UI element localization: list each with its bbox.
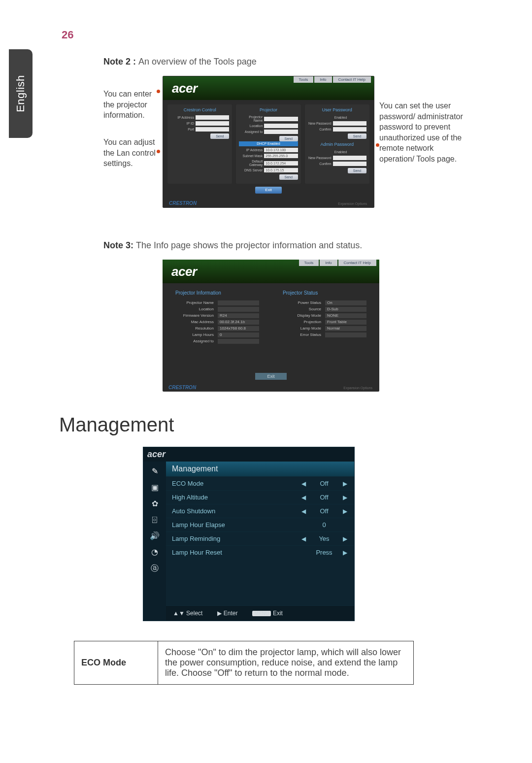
- note2-body: An overview of the Tools page: [138, 57, 257, 66]
- brand-label: acer: [172, 81, 198, 96]
- eco-mode-description: Choose "On" to dim the projector lamp, w…: [158, 641, 414, 685]
- osd-row[interactable]: High Altitude◀Off▶: [166, 490, 354, 504]
- info-row: Resolution1024x768 60.8: [175, 326, 259, 331]
- col-title: User Password: [308, 107, 366, 112]
- info-label: Lamp Mode: [283, 326, 321, 331]
- wand-icon[interactable]: ✎: [152, 466, 158, 476]
- right-arrow-icon[interactable]: ▶: [341, 494, 348, 501]
- net-mask-field[interactable]: 255.255.255.0: [264, 154, 298, 158]
- osd-exit-hint: MENUExit: [252, 610, 282, 617]
- projector-info-col: Projector Information Projector NameLoca…: [175, 290, 259, 345]
- tab-info[interactable]: Info: [320, 260, 337, 266]
- page-number: 26: [62, 29, 73, 41]
- osd-row-value: Off: [307, 494, 341, 501]
- tab-contact[interactable]: Contact IT Help: [338, 260, 376, 266]
- image-icon[interactable]: ▣: [151, 483, 159, 492]
- left-arrow-icon[interactable]: ◀: [300, 535, 307, 542]
- annotation-right: You can set the user password/ administr…: [379, 100, 466, 165]
- gear-icon[interactable]: ✿: [152, 499, 158, 508]
- fld-label: IP Address: [239, 148, 263, 152]
- net-dns-field[interactable]: 10.0.175.15: [264, 168, 298, 172]
- new-password-field[interactable]: [333, 121, 366, 126]
- info-value: D-Sub: [325, 307, 366, 312]
- osd-row[interactable]: ECO Mode◀Off▶: [166, 476, 354, 490]
- timer-icon[interactable]: ◔: [151, 547, 158, 557]
- projector-name-field[interactable]: [264, 117, 298, 121]
- osd-row-value: Press: [307, 549, 341, 556]
- tab-tools[interactable]: Tools: [294, 76, 314, 83]
- osd-row[interactable]: Auto Shutdown◀Off▶: [166, 504, 354, 518]
- col-title: Projector Information: [175, 290, 259, 296]
- fld-label: Location: [239, 124, 263, 128]
- admin-confirm-password-field[interactable]: [333, 162, 366, 166]
- footer-right: Expansion Options: [343, 386, 372, 390]
- location-field[interactable]: [264, 124, 298, 128]
- info-row: Display ModeNONE: [283, 313, 366, 318]
- send-button[interactable]: Send: [279, 174, 298, 180]
- exit-button[interactable]: Exit: [255, 373, 287, 380]
- osd-title: Management: [166, 462, 354, 476]
- info-panel-screenshot: Tools Info Contact IT Help acer Projecto…: [163, 260, 379, 392]
- osd-row-name: Auto Shutdown: [172, 507, 300, 515]
- osd-row[interactable]: Lamp Hour Elapse0: [166, 518, 354, 531]
- left-arrow-icon[interactable]: ◀: [300, 494, 307, 501]
- info-row: Lamp ModeNormal: [283, 326, 366, 331]
- confirm-password-field[interactable]: [333, 127, 366, 132]
- language-icon[interactable]: ⓐ: [151, 564, 159, 574]
- admin-enabled-checkbox[interactable]: Enabled: [333, 150, 366, 154]
- assigned-field[interactable]: [264, 130, 298, 134]
- send-button[interactable]: Send: [279, 136, 298, 141]
- info-value: 1024x768 60.8: [218, 326, 259, 331]
- projector-icon[interactable]: ⌻: [152, 515, 157, 524]
- admin-new-password-field[interactable]: [333, 156, 366, 160]
- net-ip-field[interactable]: 10.0.172.100: [264, 148, 298, 152]
- osd-row[interactable]: Lamp Hour ResetPress▶: [166, 545, 354, 559]
- send-button[interactable]: Send: [348, 168, 366, 173]
- info-value: R24: [218, 313, 259, 318]
- menu-badge: MENU: [252, 611, 270, 616]
- crestron-control-col: Crestron Control IP Address IP ID Port S…: [167, 104, 233, 184]
- note2: Note 2 : An overview of the Tools page: [103, 57, 478, 67]
- tools-figure: You can enter the projector information.…: [103, 76, 478, 224]
- send-button[interactable]: Send: [348, 133, 366, 139]
- right-arrow-icon[interactable]: ▶: [341, 549, 348, 556]
- note3-bold: Note 3:: [103, 240, 136, 250]
- right-arrow-icon[interactable]: ▶: [341, 508, 348, 515]
- info-value: [218, 339, 259, 344]
- left-arrow-icon[interactable]: ◀: [300, 480, 307, 487]
- col-title: Admin Password: [308, 142, 366, 147]
- footer-right: Expansion Options: [338, 202, 367, 205]
- info-value: Front Table: [325, 320, 366, 325]
- fld-label: Confirm: [308, 162, 332, 166]
- tab-info[interactable]: Info: [314, 76, 332, 83]
- tools-panel-screenshot: Tools Info Contact IT Help acer Crestron…: [163, 76, 374, 208]
- info-value: 00.02.3f.24.1b: [218, 320, 259, 325]
- language-tab-label: English: [14, 75, 27, 112]
- info-row: SourceD-Sub: [283, 307, 366, 312]
- enabled-checkbox[interactable]: Enabled: [333, 115, 366, 120]
- send-button[interactable]: Send: [210, 133, 229, 139]
- left-arrow-icon[interactable]: ◀: [300, 508, 307, 515]
- info-panel-tabs: Tools Info Contact IT Help: [299, 260, 376, 266]
- right-arrow-icon[interactable]: ▶: [341, 480, 348, 487]
- ip-id-field[interactable]: [196, 121, 229, 126]
- fld-label: New Password: [308, 122, 332, 125]
- info-label: Projector Name: [175, 300, 214, 305]
- tab-contact[interactable]: Contact IT Help: [333, 76, 371, 83]
- net-gateway-field[interactable]: 10.0.172.254: [264, 161, 298, 166]
- info-value: Normal: [325, 326, 366, 331]
- port-field[interactable]: [196, 127, 229, 132]
- tab-tools[interactable]: Tools: [299, 260, 319, 266]
- exit-button[interactable]: Exit: [255, 187, 282, 194]
- info-row: Firmware VersionR24: [175, 313, 259, 318]
- osd-row[interactable]: Lamp Reminding◀Yes▶: [166, 531, 354, 545]
- password-col: User Password Enabled New Password Confi…: [304, 104, 370, 184]
- ip-address-field[interactable]: [196, 115, 229, 120]
- note3: Note 3: The Info page shows the projecto…: [103, 240, 478, 251]
- osd-icon-column: ✎ ▣ ✿ ⌻ 🔊 ◔ ⓐ: [143, 462, 166, 621]
- info-label: Resolution: [175, 326, 214, 331]
- osd-row-name: High Altitude: [172, 494, 300, 501]
- info-row: Location: [175, 307, 259, 312]
- right-arrow-icon[interactable]: ▶: [341, 535, 348, 542]
- audio-icon[interactable]: 🔊: [150, 531, 160, 540]
